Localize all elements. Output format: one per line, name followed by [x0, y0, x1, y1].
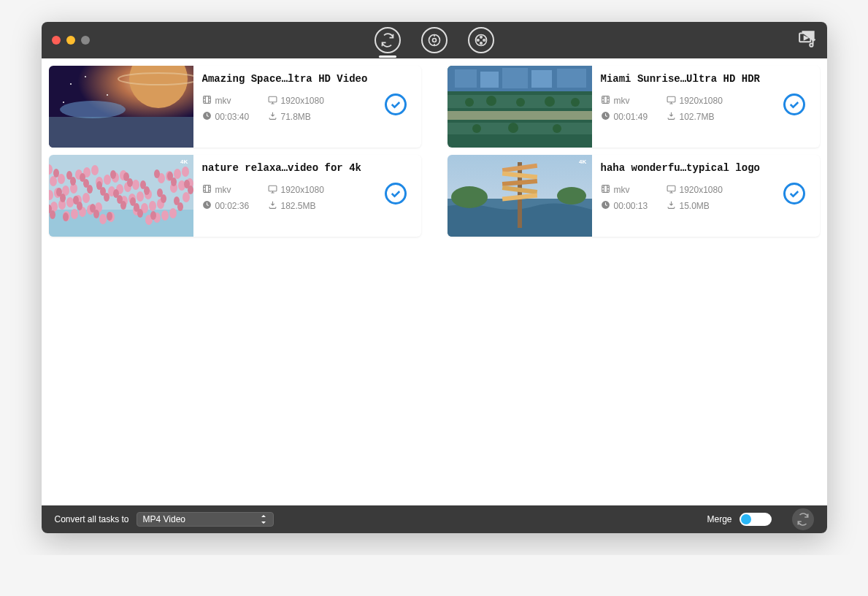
video-card[interactable]: Amazing Space…ltra HD Video mkv 1920x108…: [49, 66, 421, 148]
svg-point-55: [50, 176, 57, 186]
video-card[interactable]: Miami Sunrise…Ultra HD HDR mkv 1920x1080…: [448, 66, 820, 148]
svg-point-32: [516, 98, 525, 107]
svg-point-120: [73, 196, 79, 205]
svg-rect-24: [502, 68, 528, 88]
video-title: nature relaxa…video for 4k: [202, 162, 412, 174]
video-thumbnail[interactable]: [448, 66, 592, 148]
svg-point-3: [480, 37, 482, 39]
meta-resolution: 1920x1080: [268, 95, 348, 107]
clock-icon: [601, 111, 610, 123]
svg-point-116: [150, 211, 156, 220]
maximize-button[interactable]: [81, 36, 90, 45]
svg-point-111: [66, 171, 72, 180]
svg-rect-38: [602, 96, 609, 104]
svg-point-128: [63, 213, 69, 221]
meta-size: 102.7MB: [667, 111, 747, 123]
video-card[interactable]: 4K nature relaxa…video for 4k mkv 1920x1…: [49, 155, 421, 237]
svg-rect-11: [49, 117, 193, 148]
toggle-knob: [741, 514, 751, 524]
select-checkbox[interactable]: [385, 93, 407, 115]
svg-rect-39: [667, 96, 675, 102]
footer-bar: Convert all tasks to MP4 Video Merge: [42, 505, 827, 533]
svg-point-126: [174, 196, 180, 205]
video-card[interactable]: 4K haha wonderfu…typical logo mkv 1920x1…: [448, 155, 820, 237]
svg-point-71: [104, 175, 111, 185]
svg-point-118: [184, 180, 190, 188]
svg-point-59: [99, 214, 107, 224]
svg-point-117: [167, 172, 173, 180]
start-convert-button[interactable]: [792, 508, 814, 530]
select-checkbox[interactable]: [783, 93, 805, 115]
svg-point-130: [96, 181, 102, 190]
merge-toggle[interactable]: [740, 513, 772, 526]
video-card-body: Amazing Space…ltra HD Video mkv 1920x108…: [193, 66, 421, 148]
svg-point-12: [60, 101, 126, 118]
svg-point-99: [154, 169, 160, 178]
svg-point-93: [53, 169, 59, 177]
titlebar: [42, 22, 827, 58]
svg-point-89: [183, 192, 190, 202]
monitor-icon: [268, 95, 277, 107]
video-thumbnail[interactable]: [49, 66, 193, 148]
video-thumbnail[interactable]: 4K: [448, 155, 592, 237]
select-checkbox[interactable]: [783, 183, 805, 205]
svg-point-14: [85, 76, 86, 77]
select-checkbox[interactable]: [385, 183, 407, 205]
svg-point-44: [58, 174, 65, 184]
svg-point-15: [107, 94, 108, 96]
close-button[interactable]: [52, 36, 61, 45]
svg-point-62: [137, 191, 144, 202]
video-meta: mkv 1920x1080 00:01:49 102.7MB: [601, 95, 811, 123]
svg-point-63: [149, 201, 156, 211]
download-icon: [667, 200, 676, 212]
film-reel-icon: [474, 33, 488, 47]
svg-rect-149: [667, 186, 675, 191]
library-button[interactable]: [798, 29, 817, 51]
check-icon: [389, 187, 402, 200]
meta-format: mkv: [601, 95, 667, 107]
svg-text:4K: 4K: [579, 158, 586, 165]
svg-point-122: [107, 212, 112, 221]
svg-point-105: [110, 170, 116, 179]
svg-point-1: [432, 39, 436, 42]
film-icon: [601, 95, 610, 107]
film-icon: [202, 95, 212, 107]
svg-point-35: [472, 124, 481, 133]
main-content: Amazing Space…ltra HD Video mkv 1920x108…: [42, 58, 827, 505]
svg-point-33: [545, 96, 555, 107]
meta-duration: 00:02:36: [202, 200, 268, 212]
svg-point-53: [169, 208, 177, 218]
svg-point-46: [82, 193, 90, 203]
check-icon: [788, 98, 801, 111]
format-select[interactable]: MP4 Video: [137, 512, 274, 527]
meta-resolution: 1920x1080: [268, 184, 348, 196]
convert-tab[interactable]: [375, 27, 401, 53]
clock-icon: [202, 200, 212, 212]
convert-label: Convert all tasks to: [55, 514, 129, 524]
svg-point-68: [66, 197, 74, 207]
svg-point-16: [63, 102, 64, 103]
svg-rect-25: [531, 70, 552, 88]
svg-point-34: [571, 98, 580, 107]
meta-resolution: 1920x1080: [667, 184, 747, 196]
media-library-icon: [798, 29, 817, 48]
media-tab[interactable]: [468, 27, 494, 53]
svg-rect-148: [602, 186, 609, 193]
video-title: Miami Sunrise…Ultra HD HDR: [601, 73, 811, 85]
video-grid: Amazing Space…ltra HD Video mkv 1920x108…: [49, 66, 820, 237]
svg-rect-134: [203, 186, 210, 193]
minimize-button[interactable]: [66, 36, 75, 45]
svg-point-5: [480, 42, 482, 45]
video-meta: mkv 1920x1080 00:00:13 15.0MB: [601, 184, 811, 212]
download-icon: [268, 111, 277, 123]
svg-point-30: [465, 98, 474, 107]
svg-rect-29: [448, 123, 592, 134]
download-tab[interactable]: [421, 27, 448, 53]
svg-rect-18: [269, 96, 277, 102]
svg-point-64: [161, 210, 169, 221]
svg-point-80: [71, 209, 78, 219]
meta-size: 71.8MB: [268, 111, 348, 123]
svg-rect-26: [557, 69, 586, 88]
video-thumbnail[interactable]: 4K: [49, 155, 193, 237]
svg-point-13: [70, 83, 72, 85]
